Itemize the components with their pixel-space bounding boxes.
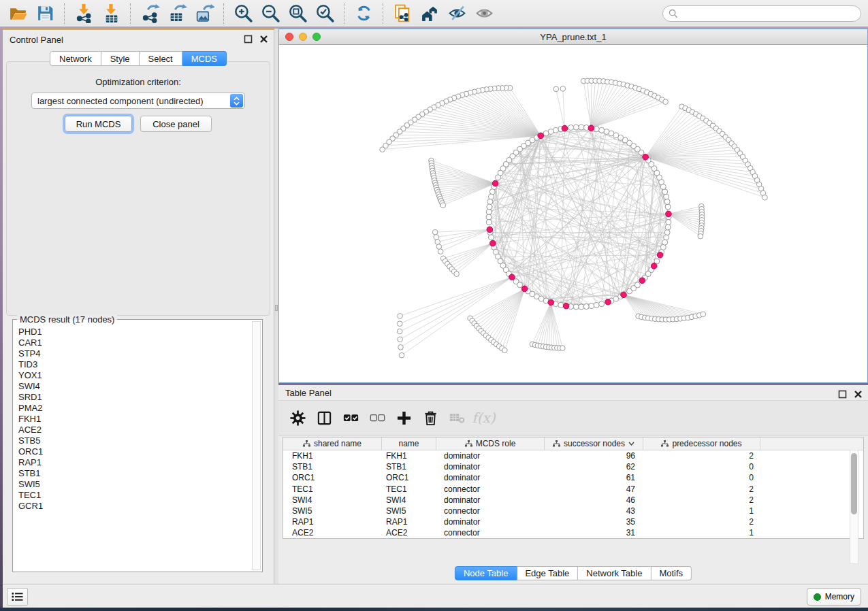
tab-mcds[interactable]: MCDS (182, 51, 227, 66)
tab-motifs[interactable]: Motifs (651, 566, 692, 580)
show-details-button[interactable] (470, 2, 498, 25)
column-header-MCDS-role[interactable]: MCDS role (436, 437, 545, 450)
memory-button[interactable]: Memory (807, 588, 861, 606)
fx-icon: f(x) (472, 410, 495, 426)
network-window-title: YPA_prune.txt_1 (279, 32, 867, 42)
float-panel-icon[interactable] (244, 35, 253, 44)
tab-network[interactable]: Network (50, 51, 101, 66)
tab-network-table[interactable]: Network Table (578, 566, 651, 580)
close-panel-icon[interactable] (259, 35, 268, 44)
export-network-button[interactable] (136, 2, 163, 25)
column-header-name[interactable]: name (382, 437, 436, 450)
close-panel-icon[interactable] (854, 390, 863, 399)
show-columns-button[interactable] (313, 406, 336, 430)
mcds-node-item[interactable]: TEC1 (18, 490, 255, 501)
add-column-button[interactable] (393, 406, 415, 430)
node-table: shared namenameMCDS rolesuccessor nodesp… (283, 437, 864, 539)
table-cell: 47 (545, 484, 643, 494)
float-panel-icon[interactable] (838, 390, 847, 399)
column-header-shared-name[interactable]: shared name (283, 437, 382, 450)
select-all-button[interactable] (340, 406, 362, 430)
table-row[interactable]: STB1STB1dominator620 (283, 461, 863, 472)
hide-details-icon (447, 3, 467, 23)
scrollbar-thumb[interactable] (851, 453, 857, 514)
tab-select[interactable]: Select (140, 51, 182, 66)
table-cell: 1 (643, 506, 760, 516)
result-scrollbar[interactable] (252, 321, 261, 570)
table-row[interactable]: RAP1RAP1dominator352 (283, 516, 863, 527)
table-row[interactable]: SWI5SWI5connector431 (283, 506, 863, 516)
table-header-row: shared namenameMCDS rolesuccessor nodesp… (283, 437, 863, 450)
mcds-node-item[interactable]: SWI4 (18, 381, 255, 392)
share-document-button[interactable] (389, 2, 416, 25)
table-row[interactable]: ORC1ORC1dominator610 (283, 472, 863, 483)
houses-button[interactable] (416, 2, 443, 25)
import-table-button[interactable] (97, 2, 125, 25)
table-cell: connector (436, 528, 545, 538)
export-table-button[interactable] (163, 2, 191, 25)
desktop: Control Panel NetworkStyleSelectMCDS Opt… (0, 0, 868, 611)
zoom-out-button[interactable] (257, 2, 284, 25)
run-mcds-button[interactable]: Run MCDS (65, 116, 132, 132)
search-input[interactable] (681, 9, 855, 18)
houses-icon (420, 3, 440, 23)
zoom-in-button[interactable] (229, 2, 257, 25)
close-panel-button[interactable]: Close panel (140, 116, 212, 132)
column-header-successor-nodes[interactable]: successor nodes (545, 437, 643, 450)
mcds-node-item[interactable]: FKH1 (18, 414, 255, 425)
network-window-titlebar[interactable]: YPA_prune.txt_1 (279, 29, 867, 45)
show-details-icon (475, 3, 494, 23)
table-cell: ACE2 (382, 528, 436, 538)
refresh-icon (354, 3, 374, 23)
table-row[interactable]: FKH1FKH1dominator962 (283, 450, 863, 461)
optimization-select[interactable]: largest connected component (undirected) (31, 93, 245, 109)
zoom-fit-button[interactable] (284, 2, 311, 25)
zoom-selected-button[interactable] (311, 2, 338, 25)
table-cell: SWI5 (283, 506, 382, 516)
hide-details-button[interactable] (443, 2, 470, 25)
table-cell: 1 (643, 528, 760, 538)
table-panel-tabs: Node TableEdge TableNetwork TableMotifs (455, 566, 692, 580)
mcds-node-item[interactable]: SWI5 (18, 479, 255, 490)
table-cell: 2 (643, 484, 760, 494)
refresh-button[interactable] (350, 2, 377, 25)
mcds-node-item[interactable]: SRD1 (18, 392, 255, 403)
main-toolbar (0, 0, 868, 27)
mcds-node-item[interactable]: STB1 (18, 468, 255, 479)
tab-edge-table[interactable]: Edge Table (517, 566, 578, 580)
optimization-criterion-label: Optimization criterion: (7, 77, 270, 87)
mcds-node-item[interactable]: STB5 (18, 435, 255, 446)
deselect-all-button[interactable] (366, 406, 389, 430)
task-history-button[interactable] (7, 588, 28, 606)
mcds-node-item[interactable]: TID3 (18, 359, 255, 370)
import-network-button[interactable] (70, 2, 97, 25)
mcds-node-item[interactable]: YOX1 (18, 370, 255, 381)
save-session-button[interactable] (31, 2, 59, 25)
tab-node-table[interactable]: Node Table (455, 566, 517, 580)
splitter-handle[interactable] (275, 305, 278, 311)
mcds-node-item[interactable]: PHD1 (18, 327, 255, 337)
mcds-node-item[interactable]: PMA2 (18, 403, 255, 414)
mcds-node-item[interactable]: GCR1 (18, 501, 255, 512)
export-image-button[interactable] (191, 2, 218, 25)
table-cell: 46 (545, 495, 643, 505)
mcds-node-item[interactable]: CAR1 (18, 337, 255, 348)
mcds-node-item[interactable]: STP4 (18, 348, 255, 359)
network-canvas[interactable] (279, 45, 867, 382)
table-row[interactable]: SWI4SWI4dominator462 (283, 495, 863, 506)
open-session-button[interactable] (4, 2, 31, 25)
delete-column-button[interactable] (419, 406, 442, 430)
mcds-node-item[interactable]: ACE2 (18, 425, 255, 435)
mcds-result-list: PHD1CAR1STP4TID3YOX1SWI4SRD1PMA2FKH1ACE2… (13, 320, 262, 512)
table-settings-button[interactable] (287, 406, 309, 430)
status-bar: Memory (3, 584, 868, 608)
network-graph[interactable] (279, 45, 867, 382)
tab-style[interactable]: Style (101, 51, 140, 66)
table-row[interactable]: TEC1TEC1connector472 (283, 484, 863, 495)
table-scrollbar[interactable] (850, 450, 858, 564)
zoom-selected-icon (315, 3, 335, 23)
column-header-predecessor-nodes[interactable]: predecessor nodes (643, 437, 760, 450)
mcds-node-item[interactable]: ORC1 (18, 446, 255, 457)
table-row[interactable]: ACE2ACE2connector311 (283, 527, 863, 538)
mcds-node-item[interactable]: RAP1 (18, 457, 255, 468)
